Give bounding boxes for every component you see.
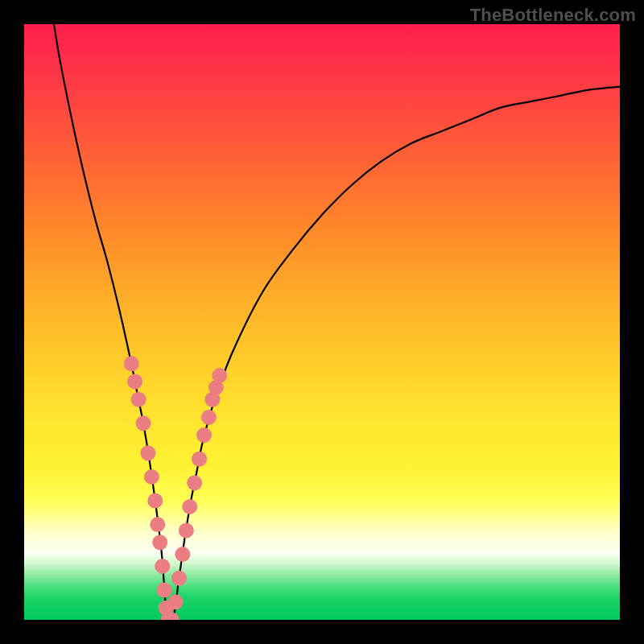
highlight-point: [136, 415, 151, 431]
highlight-point: [182, 499, 197, 514]
highlight-point: [144, 469, 159, 485]
highlight-point: [124, 356, 139, 371]
highlight-point: [140, 445, 155, 460]
highlight-point: [131, 392, 147, 407]
highlight-point: [171, 571, 187, 586]
highlight-point: [150, 517, 165, 532]
highlight-point: [147, 493, 163, 509]
highlight-point: [175, 547, 190, 562]
highlight-point: [192, 452, 207, 467]
highlight-point: [152, 535, 167, 550]
highlight-point: [127, 374, 142, 390]
plot-area: [24, 24, 620, 620]
chart-frame: TheBottleneck.com: [0, 0, 644, 644]
highlight-point: [155, 559, 170, 574]
highlight-point: [201, 410, 217, 425]
highlight-point: [179, 523, 194, 539]
watermark-text: TheBottleneck.com: [470, 5, 636, 26]
highlight-point: [156, 583, 171, 598]
highlight-point: [187, 475, 202, 490]
chart-svg: [24, 24, 620, 620]
highlight-point: [212, 368, 227, 383]
highlight-point: [196, 427, 212, 443]
highlight-point: [167, 594, 183, 609]
gradient-background: [24, 24, 620, 620]
